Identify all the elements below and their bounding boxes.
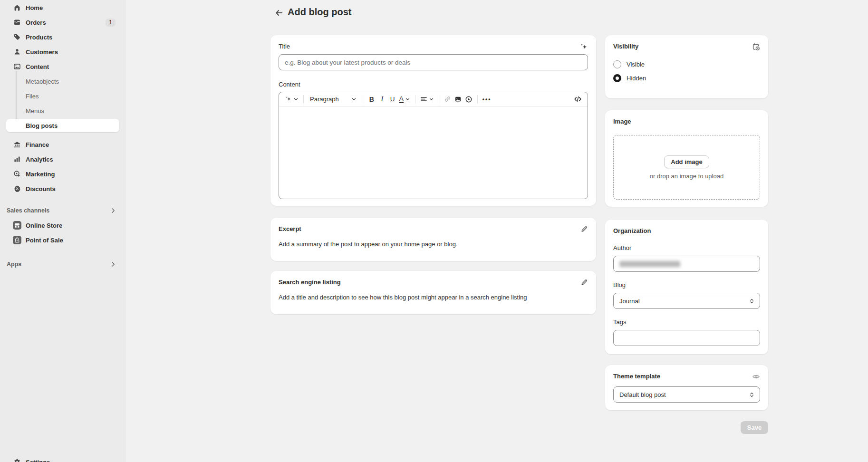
visibility-card: Visibility Visible Hidden [605,35,768,98]
sidebar-item-label: Analytics [26,156,53,163]
theme-template-value: Default blog post [619,391,666,398]
gear-icon [13,458,21,462]
sales-channels-label: Sales channels [7,207,49,214]
sparkle-icon [285,96,292,103]
sidebar-item-label: Discounts [26,185,56,192]
sidebar-item-label: Home [26,4,43,11]
italic-button[interactable]: I [377,94,387,105]
paragraph-style-label: Paragraph [310,96,339,103]
paragraph-style-dropdown[interactable]: Paragraph [307,94,359,105]
sparkle-icon [579,43,588,51]
organization-card: Organization Author Blog Journal Tags [605,220,768,354]
tags-label: Tags [613,318,760,326]
sidebar-item-label: Customers [26,48,58,56]
editor-toolbar: Paragraph B I U A [279,92,588,106]
shopify-admin-add-blog-post: Home Orders 1 Products Customers [0,0,868,462]
edit-excerpt-button[interactable] [580,225,588,233]
image-dropzone[interactable]: Add image or drop an image to upload [613,135,760,200]
ai-sparkle-button[interactable] [579,43,588,51]
sidebar-item-orders[interactable]: Orders 1 [6,16,119,29]
sidebar: Home Orders 1 Products Customers [0,0,125,462]
underline-button[interactable]: U [387,94,398,105]
sidebar-item-analytics[interactable]: Analytics [6,153,119,166]
sidebar-item-content[interactable]: Content [6,60,119,73]
back-button[interactable] [272,6,286,20]
sidebar-item-point-of-sale[interactable]: Point of Sale [6,233,119,247]
image-icon [454,96,462,103]
content-label: Content [279,81,588,88]
chevron-down-icon [351,96,357,102]
seo-description: Add a title and description to see how t… [279,294,588,301]
text-color-label: A [399,96,404,103]
sidebar-item-blog-posts[interactable]: Blog posts [6,119,119,132]
analytics-chart-icon [13,155,21,164]
text-color-button[interactable]: A [398,94,412,105]
sidebar-settings-section: Settings [0,455,125,462]
bold-button[interactable]: B [366,94,377,105]
sidebar-item-marketing[interactable]: Marketing [6,167,119,181]
sidebar-item-label: Blog posts [26,122,58,129]
radio-label: Hidden [627,75,646,82]
insert-link-button[interactable] [443,94,453,105]
alignment-button[interactable] [419,94,435,105]
title-input[interactable] [279,54,588,70]
chevron-right-icon [110,261,116,268]
sidebar-item-discounts[interactable]: Discounts [6,182,119,195]
sidebar-item-files[interactable]: Files [6,89,119,103]
sidebar-item-label: Metaobjects [26,78,59,85]
schedule-visibility-button[interactable] [752,43,760,51]
image-card: Image Add image or drop an image to uplo… [605,110,768,207]
ai-assistant-button[interactable] [283,94,300,105]
sidebar-item-customers[interactable]: Customers [6,45,119,58]
visibility-option-hidden[interactable]: Hidden [613,74,760,82]
radio-unselected[interactable] [613,60,621,68]
theme-template-heading: Theme template [613,373,660,380]
radio-selected[interactable] [613,74,621,82]
sidebar-item-home[interactable]: Home [6,1,119,14]
sidebar-item-finance[interactable]: Finance [6,138,119,151]
chevron-right-icon [110,207,116,214]
insert-video-button[interactable] [463,94,474,105]
excerpt-card: Excerpt Add a summary of the post to app… [270,218,596,261]
marketing-target-icon [13,170,21,178]
sidebar-item-metaobjects[interactable]: Metaobjects [6,75,119,88]
preview-template-button[interactable] [752,373,760,381]
sidebar-item-menus[interactable]: Menus [6,104,119,117]
save-button[interactable]: Save [741,421,768,434]
show-html-button[interactable] [572,94,583,105]
search-engine-listing-card: Search engine listing Add a title and de… [270,271,596,314]
toolbar-divider [363,95,363,104]
sales-channels-header[interactable]: Sales channels [6,204,119,217]
edit-seo-button[interactable] [580,279,588,286]
author-input[interactable] [613,256,760,272]
products-tag-icon [13,33,21,41]
insert-image-button[interactable] [453,94,463,105]
apps-label: Apps [7,261,21,268]
sidebar-item-label: Settings [26,459,50,462]
more-options-button[interactable]: ••• [481,94,493,105]
sidebar-item-label: Menus [26,107,44,115]
visibility-option-visible[interactable]: Visible [613,60,760,68]
content-textarea[interactable] [279,106,588,199]
theme-template-select[interactable]: Default blog post [613,386,760,403]
sidebar-item-label: Online Store [26,222,62,229]
chevron-down-icon [405,96,410,102]
theme-template-card: Theme template Default blog post [605,365,768,410]
author-label: Author [613,244,760,252]
sidebar-item-online-store[interactable]: Online Store [6,219,119,232]
apps-header[interactable]: Apps [6,258,119,271]
sidebar-item-settings[interactable]: Settings [6,455,119,462]
link-icon [444,96,451,103]
sidebar-item-products[interactable]: Products [6,30,119,44]
toolbar-divider [415,95,415,104]
sidebar-item-label: Products [26,34,52,41]
content-media-icon [13,63,21,71]
add-image-button[interactable]: Add image [664,155,709,168]
calendar-clock-icon [752,43,760,51]
sidebar-item-label: Files [26,93,39,100]
blog-select[interactable]: Journal [613,293,760,309]
tags-input[interactable] [613,330,760,346]
video-play-icon [465,96,473,103]
orders-icon [13,19,21,27]
chevron-down-icon [429,96,434,102]
